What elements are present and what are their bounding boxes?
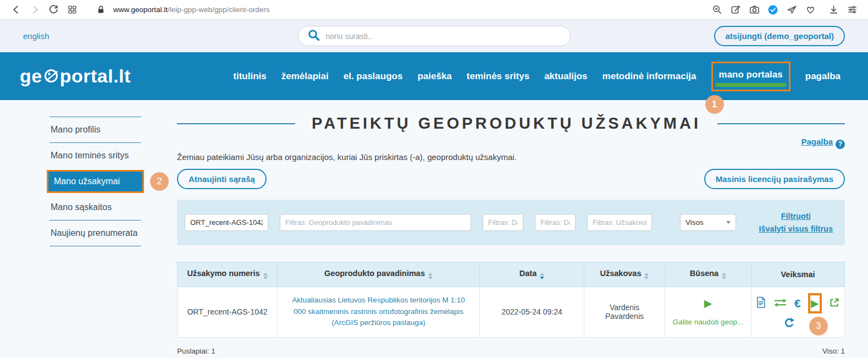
sidebar-item-mano-saskaitos[interactable]: Mano sąskaitos: [49, 195, 141, 221]
zoom-page-icon[interactable]: [710, 3, 724, 17]
main-panel: PATEIKTŲ GEOPRODUKTŲ UŽSAKYMAI Pagalba? …: [177, 100, 845, 358]
column-header-date[interactable]: Data: [480, 262, 584, 287]
send-icon[interactable]: [784, 3, 799, 17]
title-decorative-line-right: [717, 123, 845, 124]
nav-item-zemelapiai[interactable]: žemėlapiai: [281, 71, 329, 82]
status-text: Galite naudoti geop...: [673, 318, 743, 326]
apply-filter-link[interactable]: Filtruoti: [781, 212, 811, 221]
nav-item-temines-sritys[interactable]: teminės sritys: [467, 71, 529, 82]
search-input[interactable]: [326, 32, 561, 41]
site-header: english atsijungti (demo_geoportal): [0, 20, 868, 52]
apps-grid-icon[interactable]: [65, 3, 79, 17]
pages-label: Puslapiai: 1: [177, 347, 215, 355]
column-header-product-name[interactable]: Geoprodukto pavadinimas: [278, 262, 480, 287]
status-play-icon: ▶: [670, 298, 747, 309]
use-geoproduct-play-icon[interactable]: ▶: [811, 298, 819, 309]
license-document-icon[interactable]: [756, 296, 766, 310]
sort-icon[interactable]: [644, 273, 649, 279]
edit-page-icon[interactable]: [728, 3, 743, 17]
title-decorative-line-left: [177, 123, 295, 124]
url-domain: www.geoportal.lt: [113, 5, 168, 14]
sort-icon[interactable]: [722, 273, 726, 279]
orders-table: Užsakymo numeris Geoprodukto pavadinimas…: [177, 262, 845, 338]
cell-actions: € ▶ 3: [751, 287, 845, 337]
address-bar[interactable]: www.geoportal.lt/leip-gpp-web/gpp/client…: [113, 5, 269, 14]
cell-status: ▶ Galite naudoti geop...: [665, 287, 751, 337]
filter-date-from-input[interactable]: [483, 214, 523, 231]
nav-item-pagalba[interactable]: pagalba: [805, 71, 841, 82]
open-external-icon[interactable]: [829, 297, 840, 310]
sidebar-item-mano-temines-sritys[interactable]: Mano teminės sritys: [49, 143, 141, 168]
page-title: PATEIKTŲ GEOPRODUKTŲ UŽSAKYMAI: [312, 114, 701, 133]
logo-globe-icon: [42, 65, 60, 88]
bulk-license-button[interactable]: Masinis licencijų pasirašymas: [704, 169, 845, 189]
url-path: /leip-gpp-web/gpp/client-orders: [168, 5, 269, 14]
sort-icon[interactable]: [428, 273, 433, 279]
nav-item-label: mano portalas: [719, 69, 783, 80]
clear-filters-link[interactable]: Išvalyti visus filtrus: [759, 224, 833, 233]
logo-text-before: ge: [20, 65, 42, 87]
logo-text-after: portal.lt: [60, 65, 131, 87]
settings-sliders-icon[interactable]: [845, 3, 859, 17]
refresh-list-button[interactable]: Atnaujinti sąrašą: [177, 169, 267, 189]
table-row: ORT_recent-AGS-1042 Aktualiausias Lietuv…: [178, 287, 845, 337]
filter-customer-input[interactable]: [587, 214, 652, 231]
help-question-icon[interactable]: ?: [836, 140, 845, 149]
column-header-status[interactable]: Būsena: [665, 262, 751, 287]
refresh-icon[interactable]: [46, 3, 60, 17]
downloads-icon[interactable]: [826, 3, 841, 17]
favorites-heart-icon[interactable]: [803, 3, 817, 17]
annotation-step-2: 2: [150, 172, 169, 191]
lock-icon[interactable]: [93, 3, 108, 17]
search-icon: [307, 29, 320, 44]
nav-item-metodine-informacija[interactable]: metodinė informacija: [602, 71, 696, 82]
nav-item-aktualijos[interactable]: aktualijos: [544, 71, 587, 82]
annotation-step-3: 3: [809, 317, 828, 335]
page-content: Mano profilis Mano teminės sritys Mano u…: [0, 100, 868, 358]
annotation-step-1: 1: [705, 95, 724, 114]
forward-icon[interactable]: [27, 3, 42, 17]
sort-icon[interactable]: [263, 273, 268, 279]
back-icon[interactable]: [9, 3, 23, 17]
column-header-customer[interactable]: Užsakovas: [584, 262, 665, 287]
page-description: Žemiau pateikiami Jūsų arba organizacijo…: [177, 152, 845, 162]
sidebar-item-mano-uzsakymai[interactable]: Mano užsakymai 2: [47, 170, 144, 193]
sidebar-item-label: Mano užsakymai: [54, 177, 120, 186]
sidebar-item-mano-profilis[interactable]: Mano profilis: [49, 117, 141, 143]
filter-order-number-input[interactable]: [185, 214, 268, 231]
nav-item-titulinis[interactable]: titulinis: [233, 71, 266, 82]
column-header-actions: Veiksmai: [751, 262, 845, 287]
filter-links: Filtruoti Išvalyti visus filtrus: [759, 212, 837, 233]
nav-item-paieska[interactable]: paieška: [417, 71, 451, 82]
nav-item-el-paslaugos[interactable]: el. paslaugos: [344, 71, 403, 82]
annotation-box-use-geoproduct: ▶: [808, 293, 822, 313]
language-switch-link[interactable]: english: [23, 31, 49, 41]
cell-customer: Vardenis Pavardenis: [584, 287, 665, 337]
help-link[interactable]: Pagalba: [801, 137, 833, 146]
geoportal-logo[interactable]: geportal.lt: [20, 65, 131, 88]
transfer-order-icon[interactable]: [773, 298, 787, 309]
column-header-order-number[interactable]: Užsakymo numeris: [178, 262, 278, 287]
nav-item-mano-portalas[interactable]: mano portalas 1: [711, 62, 790, 91]
filter-date-to-input[interactable]: [535, 214, 576, 231]
filter-product-name-input[interactable]: [280, 214, 471, 231]
security-badge-icon[interactable]: [766, 3, 780, 17]
sidebar-item-naujienu-prenumerata[interactable]: Naujienų prenumerata: [49, 221, 141, 246]
cell-order-number: ORT_recent-AGS-1042: [178, 287, 278, 337]
site-search[interactable]: [298, 26, 571, 46]
invoice-euro-icon[interactable]: €: [794, 298, 801, 309]
sort-icon-active-desc[interactable]: [540, 273, 544, 279]
browser-toolbar: www.geoportal.lt/leip-gpp-web/gpp/client…: [0, 0, 868, 20]
cell-product-name: Aktualiausias Lietuvos Respublikos terit…: [278, 287, 480, 337]
camera-icon[interactable]: [747, 3, 761, 17]
logout-button[interactable]: atsijungti (demo_geoportal): [714, 26, 845, 46]
cell-date: 2022-05-24 09:24: [480, 287, 584, 337]
filter-status-select[interactable]: Visos: [680, 214, 736, 231]
sidebar: Mano profilis Mano teminės sritys Mano u…: [49, 117, 141, 358]
filter-bar: Visos Filtruoti Išvalyti visus filtrus: [177, 200, 845, 245]
renew-order-icon[interactable]: [792, 317, 804, 331]
table-header-row: Užsakymo numeris Geoprodukto pavadinimas…: [178, 262, 845, 287]
main-navbar: geportal.lt titulinis žemėlapiai el. pas…: [0, 52, 868, 100]
filter-status-select-wrap: Visos: [680, 214, 736, 231]
nav-menu: titulinis žemėlapiai el. paslaugos paieš…: [233, 62, 841, 91]
